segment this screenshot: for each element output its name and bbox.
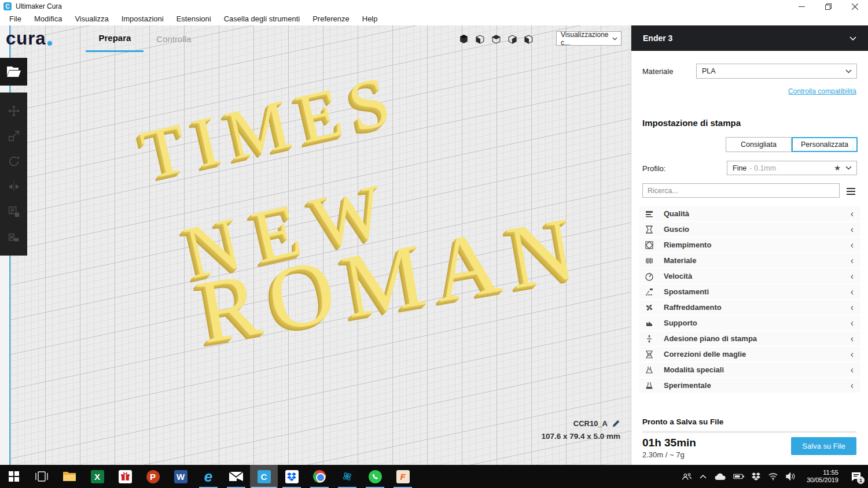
category-cooling[interactable]: Raffreddamento ‹ (639, 300, 860, 315)
category-support[interactable]: Supporto ‹ (639, 316, 860, 330)
collapse-chevron[interactable]: ‹ (851, 319, 854, 328)
printer-selector[interactable]: Ender 3 (631, 25, 868, 51)
collapse-chevron[interactable]: ‹ (851, 225, 854, 234)
menu-preferenze[interactable]: Preferenze (306, 13, 356, 25)
wifi-icon[interactable] (768, 472, 778, 480)
tab-controlla[interactable]: Controlla (144, 25, 204, 52)
battery-icon[interactable] (733, 473, 744, 480)
volume-icon[interactable] (786, 472, 796, 480)
settings-menu-icon[interactable] (847, 187, 855, 197)
menu-estensioni[interactable]: Estensioni (170, 13, 218, 25)
move-tool-icon[interactable] (6, 103, 21, 119)
task-view-button[interactable] (28, 465, 56, 488)
shell-icon (642, 224, 657, 235)
category-quality[interactable]: Qualità ‹ (639, 206, 860, 221)
cura-taskbar-button[interactable]: C (250, 465, 278, 488)
model-dimensions: 107.6 x 79.4 x 5.0 mm (541, 432, 620, 441)
taskbar-clock[interactable]: 11:55 30/05/2019 (807, 469, 838, 484)
view-mode-dropdown[interactable]: Visualizzazione c... (556, 31, 621, 46)
category-travel[interactable]: Spostamenti ‹ (639, 284, 860, 299)
experimental-icon (642, 380, 657, 391)
collapse-chevron[interactable]: ‹ (851, 334, 854, 343)
view-front-icon[interactable] (475, 34, 485, 44)
excel-icon: X (91, 470, 104, 483)
action-center-button[interactable]: 1 (849, 470, 862, 483)
close-button[interactable] (841, 0, 868, 13)
powerpoint-icon: P (146, 470, 160, 483)
menu-file[interactable]: File (3, 13, 28, 25)
scale-tool-icon[interactable] (6, 128, 21, 143)
3d-viewport[interactable]: TIMES NEW ROMAN cura Prepara Controlla V… (0, 25, 631, 465)
dropbox-button[interactable] (278, 465, 306, 488)
chevron-down-icon (612, 37, 617, 40)
collapse-chevron[interactable]: ‹ (851, 365, 854, 375)
collapse-chevron[interactable]: ‹ (851, 209, 854, 219)
excel-button[interactable]: X (83, 465, 111, 488)
chrome-button[interactable] (306, 465, 333, 488)
whatsapp-button[interactable] (361, 465, 389, 488)
category-special-modes[interactable]: Modalità speciali ‹ (639, 363, 860, 377)
start-button[interactable] (0, 465, 28, 488)
people-icon[interactable] (682, 472, 692, 481)
view-top-icon[interactable] (491, 34, 501, 44)
minimize-button[interactable] (788, 0, 815, 13)
category-shell[interactable]: Guscio ‹ (639, 222, 860, 236)
collapse-chevron[interactable]: ‹ (851, 272, 854, 281)
view-3d-icon[interactable] (459, 34, 469, 44)
window-titlebar: C Ultimaker Cura (0, 0, 868, 13)
profile-value: Fine (733, 164, 746, 172)
collapse-chevron[interactable]: ‹ (851, 303, 854, 312)
powerpoint-button[interactable]: P (139, 465, 167, 488)
gift-icon (119, 470, 132, 483)
rotate-tool-icon[interactable] (6, 154, 21, 169)
support-icon (642, 318, 657, 328)
mail-icon (229, 471, 244, 482)
collapse-chevron[interactable]: ‹ (851, 381, 854, 390)
profile-dropdown[interactable]: Fine - 0.1mm ★ (727, 161, 857, 175)
internet-explorer-button[interactable]: e (194, 465, 222, 488)
tab-prepara[interactable]: Prepara (86, 25, 144, 52)
open-file-button[interactable] (0, 58, 27, 86)
support-blocker-icon[interactable] (6, 230, 21, 245)
check-compatibility-link[interactable]: Controlla compatibilità (788, 87, 856, 95)
category-experimental[interactable]: Sperimentale ‹ (639, 378, 860, 393)
mirror-tool-icon[interactable] (6, 179, 21, 194)
collapse-chevron[interactable]: ‹ (851, 256, 854, 265)
material-dropdown[interactable]: PLA (696, 64, 857, 79)
restore-button[interactable] (815, 0, 841, 13)
task-view-icon (35, 471, 49, 482)
save-to-file-button[interactable]: Salva su File (791, 437, 856, 455)
collapse-chevron[interactable]: ‹ (851, 241, 854, 250)
fusion360-button[interactable]: F (389, 465, 417, 488)
tab-personalizzata[interactable]: Personalizzata (792, 137, 858, 152)
tab-consigliata[interactable]: Consigliata (726, 137, 792, 152)
category-infill[interactable]: Riempimento ‹ (639, 238, 860, 252)
file-explorer-button[interactable] (56, 465, 83, 488)
onedrive-icon[interactable] (714, 473, 726, 480)
category-adhesion[interactable]: Adesione piano di stampa ‹ (639, 331, 860, 346)
file-explorer-icon (62, 471, 76, 482)
mail-button[interactable] (222, 465, 250, 488)
view-left-icon[interactable] (507, 34, 517, 44)
tray-expand-chevron-icon[interactable] (700, 474, 707, 479)
3d-app-button[interactable] (333, 465, 361, 488)
menu-casella-strumenti[interactable]: Casella degli strumenti (218, 13, 307, 25)
category-speed[interactable]: Velocità ‹ (639, 269, 860, 283)
tool-panel (0, 93, 27, 256)
menu-modifica[interactable]: Modifica (28, 13, 68, 25)
per-model-settings-icon[interactable] (6, 204, 21, 219)
collapse-chevron[interactable]: ‹ (851, 350, 854, 359)
rename-pencil-icon[interactable] (612, 419, 620, 428)
category-mesh-fixes[interactable]: Correzioni delle maglie ‹ (639, 347, 860, 361)
menu-help[interactable]: Help (356, 13, 384, 25)
notification-badge: 1 (857, 476, 865, 484)
category-material[interactable]: Materiale ‹ (639, 253, 860, 268)
dropbox-tray-icon[interactable] (752, 472, 760, 480)
menu-visualizza[interactable]: Visualizza (68, 13, 115, 25)
search-input[interactable] (642, 183, 840, 198)
collapse-chevron[interactable]: ‹ (851, 287, 854, 297)
view-right-icon[interactable] (524, 34, 534, 44)
menu-impostazioni[interactable]: Impostazioni (115, 13, 170, 25)
word-button[interactable]: W (167, 465, 194, 488)
gift-app-button[interactable] (111, 465, 139, 488)
